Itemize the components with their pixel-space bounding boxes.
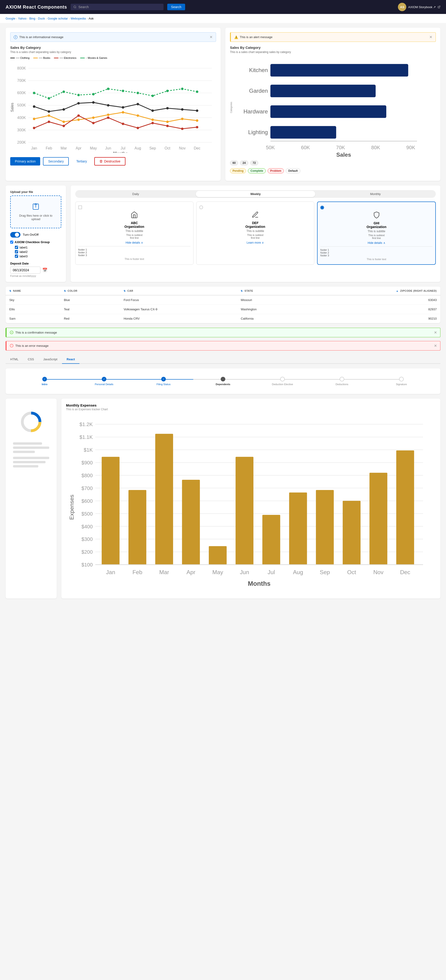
ghi-link[interactable]: Hide details ∧ xyxy=(320,241,433,245)
svg-text:600K: 600K xyxy=(17,91,26,95)
abc-link[interactable]: Hide details ∧ xyxy=(78,241,190,244)
col-zipcode[interactable]: ▲ ZIPCODE (RIGHT ALIGNED) xyxy=(303,286,440,295)
breadcrumb-item-bing[interactable]: Bing xyxy=(29,17,35,20)
svg-text:Sep: Sep xyxy=(149,146,156,150)
col-state[interactable]: ⇅ STATE xyxy=(237,286,303,295)
svg-text:Jun: Jun xyxy=(105,146,111,150)
step-signature-label: Signature xyxy=(396,383,407,386)
secondary-button[interactable]: Secondary xyxy=(43,157,69,165)
radio-def[interactable] xyxy=(199,205,203,209)
destructive-button[interactable]: Destructive xyxy=(94,157,125,165)
svg-text:$800: $800 xyxy=(81,473,93,478)
cell-color: Red xyxy=(60,314,120,323)
ghi-footer-text: This is footer text xyxy=(320,258,433,261)
cell-name: Sky xyxy=(6,295,60,305)
cell-color: Teal xyxy=(60,304,120,314)
period-weekly[interactable]: Weekly xyxy=(196,191,315,197)
date-input[interactable] xyxy=(10,267,40,274)
table-row: Ellis Teal Volkswagen Taurus CX-9 Washin… xyxy=(6,304,440,314)
svg-text:Sep: Sep xyxy=(320,569,330,575)
svg-point-37 xyxy=(122,106,124,109)
abc-divider xyxy=(78,246,190,247)
radio-card-ghi[interactable]: GHIOrganization This is subtitle This is… xyxy=(317,202,436,265)
col-car[interactable]: ⇅ CAR xyxy=(120,286,237,295)
svg-point-60 xyxy=(107,116,110,119)
svg-point-50 xyxy=(136,115,139,117)
calendar-icon[interactable]: 📅 xyxy=(42,267,48,273)
abc-title: ABCOrganization xyxy=(78,221,190,229)
breadcrumb-item-duck[interactable]: Duck xyxy=(38,17,45,20)
search-bar xyxy=(71,4,163,10)
breadcrumb-item-webopedia[interactable]: Webopedia xyxy=(71,17,86,20)
svg-text:Garden: Garden xyxy=(249,88,268,94)
radio-card-def[interactable]: DEFOrganization This is subtitle This is… xyxy=(196,202,314,265)
svg-point-39 xyxy=(151,110,154,112)
svg-rect-85 xyxy=(270,105,386,118)
radio-card-abc[interactable]: ABCOrganization This is subtitle This is… xyxy=(75,202,194,265)
svg-point-31 xyxy=(33,105,35,108)
tab-html[interactable]: HTML xyxy=(6,355,23,364)
info-banner-close[interactable]: ✕ xyxy=(210,35,213,39)
breadcrumb: Google › Yahoo › Bing › Duck › Google sc… xyxy=(0,14,446,23)
bar-oct xyxy=(343,501,360,565)
radio-ghi[interactable] xyxy=(320,206,324,210)
app-header: AXIOM React Components Search AS AXIOM S… xyxy=(0,0,446,14)
breadcrumb-sep: › xyxy=(36,17,37,20)
expenses-title: Monthly Expenses xyxy=(66,403,436,407)
svg-line-1 xyxy=(76,8,76,8)
checkbox-group-label: AXIOM Checkbox Group xyxy=(10,240,61,244)
tab-css[interactable]: CSS xyxy=(23,355,38,364)
period-monthly[interactable]: Monthly xyxy=(316,191,435,197)
svg-text:Feb: Feb xyxy=(46,146,52,150)
donut-area xyxy=(10,403,52,441)
alert-banner-close[interactable]: ✕ xyxy=(429,35,432,39)
svg-rect-84 xyxy=(270,84,376,97)
svg-point-46 xyxy=(77,119,80,121)
breadcrumb-item-google-scholar[interactable]: Google scholar xyxy=(48,17,68,20)
def-link[interactable]: Learn more ∨ xyxy=(199,241,311,244)
radio-abc[interactable] xyxy=(78,205,82,209)
tab-javascript[interactable]: JavaScript xyxy=(38,355,62,364)
badge-pending: Pending xyxy=(230,168,246,173)
bar-jan xyxy=(102,457,120,565)
breadcrumb-sep: › xyxy=(87,17,88,20)
tertiary-button[interactable]: Tertiary xyxy=(71,157,92,165)
expenses-card: Monthly Expenses This is an Expenses tra… xyxy=(61,399,440,599)
step-personal-label: Personal Details xyxy=(95,383,113,386)
svg-text:Jul: Jul xyxy=(268,569,275,575)
warning-icon: ⚠️ xyxy=(234,35,238,39)
svg-point-70 xyxy=(77,94,80,96)
col-name[interactable]: ⇅ NAME xyxy=(6,286,60,295)
step-elective-label: Deduction Elective xyxy=(272,383,293,386)
cell-color: Blue xyxy=(60,295,120,305)
error-banner-close[interactable]: ✕ xyxy=(434,344,437,348)
checkbox-group-master[interactable] xyxy=(10,240,13,243)
legend-books: ── Books xyxy=(33,56,50,59)
toggle-switch[interactable] xyxy=(10,232,21,237)
step-deductions-label: Deductions xyxy=(335,383,348,386)
breadcrumb-sep: › xyxy=(46,17,47,20)
user-link[interactable]: AXIOM Storybook ↗ xyxy=(408,5,436,9)
cell-state: California xyxy=(237,314,303,323)
tab-react[interactable]: React xyxy=(62,355,79,364)
data-table: ⇅ NAME ⇅ COLOR ⇅ CAR ⇅ STATE ▲ ZIPCODE (… xyxy=(6,286,440,323)
svg-text:60K: 60K xyxy=(301,145,310,150)
badge-tag-row: Pending Complete Problem Default xyxy=(230,168,436,173)
period-daily[interactable]: Daily xyxy=(76,191,195,197)
col-color[interactable]: ⇅ COLOR xyxy=(60,286,120,295)
step-signature-circle xyxy=(399,377,404,382)
confirm-banner-close[interactable]: ✕ xyxy=(434,330,437,335)
bottom-row: Monthly Expenses This is an Expenses tra… xyxy=(6,399,440,599)
dropzone[interactable]: Drag files here or click to upload xyxy=(10,196,61,228)
search-input[interactable] xyxy=(78,5,161,9)
svg-text:Hardware: Hardware xyxy=(243,108,268,115)
def-subtitle: This is subtitle xyxy=(199,229,311,233)
svg-text:Oct: Oct xyxy=(165,146,170,150)
breadcrumb-item-google[interactable]: Google xyxy=(6,17,15,20)
search-button[interactable]: Search xyxy=(167,4,185,10)
svg-point-33 xyxy=(62,108,65,111)
svg-text:70K: 70K xyxy=(336,145,345,150)
primary-button[interactable]: Primary action xyxy=(10,157,40,165)
breadcrumb-item-yahoo[interactable]: Yahoo xyxy=(18,17,27,20)
legend-electronics: ── Electronics xyxy=(54,56,76,59)
